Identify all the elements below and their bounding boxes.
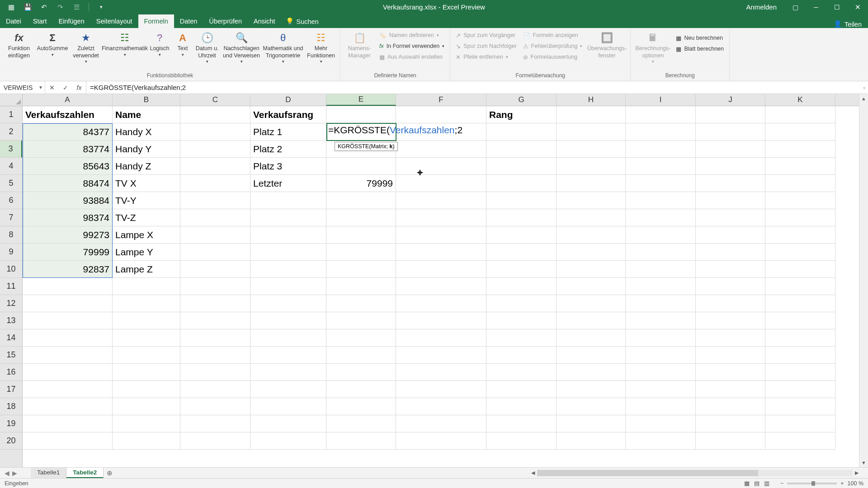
minimize-button[interactable]: ─ [806,0,826,14]
tab-seitenlayout[interactable]: Seitenlayout [90,14,138,28]
recent-functions-button[interactable]: ★ Zuletzt verwendet▾ [70,30,102,65]
cell-E19[interactable] [326,415,396,432]
cell-G6[interactable] [486,192,557,209]
tab-daten[interactable]: Daten [174,14,203,28]
cell-J19[interactable] [696,415,765,432]
cell-B13[interactable] [113,312,180,329]
lookup-button[interactable]: 🔍 Nachschlagen und Verweisen▾ [222,30,261,65]
tab-datei[interactable]: Datei [0,14,27,28]
cell-E17[interactable] [326,381,396,398]
cell-I8[interactable] [626,226,696,244]
cell-B18[interactable] [113,398,180,415]
cell-I3[interactable] [626,141,696,158]
signin-button[interactable]: Anmelden [738,3,785,11]
name-box-dropdown-icon[interactable]: ▼ [38,85,43,90]
cell-K1[interactable] [765,106,835,123]
row-header-17[interactable]: 17 [0,381,22,398]
tab-ansicht[interactable]: Ansicht [248,14,281,28]
col-header-E[interactable]: E [326,94,396,106]
cell-H16[interactable] [557,364,626,381]
cell-F4[interactable] [396,158,486,175]
tab-formeln[interactable]: Formeln [138,14,174,28]
expand-formula-bar-icon[interactable]: ⌄ [862,84,866,90]
cell-E9[interactable] [326,244,396,261]
cell-C10[interactable] [180,261,250,278]
cell-I6[interactable] [626,192,696,209]
cell-B14[interactable] [113,329,180,347]
cell-F16[interactable] [396,364,486,381]
calculate-sheet-button[interactable]: ▦Blatt berechnen [673,43,726,54]
text-button[interactable]: A Text▾ [173,30,193,57]
row-header-10[interactable]: 10 [0,261,22,278]
cell-G20[interactable] [486,432,557,450]
col-header-C[interactable]: C [180,94,250,106]
cell-K18[interactable] [765,398,835,415]
cell-A10[interactable]: 92837 [23,261,113,278]
row-header-3[interactable]: 3 [0,141,22,158]
cell-D16[interactable] [250,364,326,381]
cell-E6[interactable] [326,192,396,209]
cell-E5[interactable]: 79999 [326,175,396,192]
cell-G16[interactable] [486,364,557,381]
cell-G1[interactable]: Rang [486,106,557,123]
cell-A12[interactable] [23,295,113,312]
cell-D7[interactable] [250,209,326,226]
use-in-formula-button[interactable]: fxIn Formel verwenden▾ [377,41,447,52]
cell-K4[interactable] [765,158,835,175]
cell-D20[interactable] [250,432,326,450]
cell-D14[interactable] [250,329,326,347]
cell-K10[interactable] [765,261,835,278]
cell-B4[interactable]: Handy Z [113,158,180,175]
cell-H11[interactable] [557,278,626,295]
cell-A15[interactable] [23,347,113,364]
cell-E12[interactable] [326,295,396,312]
cell-B17[interactable] [113,381,180,398]
enter-formula-button[interactable]: ✓ [59,84,72,91]
cell-A2[interactable]: 84377 [23,123,113,141]
cell-B5[interactable]: TV X [113,175,180,192]
cell-J2[interactable] [696,123,765,141]
cell-G10[interactable] [486,261,557,278]
col-header-H[interactable]: H [557,94,626,106]
row-header-5[interactable]: 5 [0,175,22,192]
cell-A5[interactable]: 88474 [23,175,113,192]
cell-F6[interactable] [396,192,486,209]
cell-E4[interactable] [326,158,396,175]
qat-customize-icon[interactable]: ▾ [95,1,107,13]
cell-F10[interactable] [396,261,486,278]
cell-I7[interactable] [626,209,696,226]
cell-K6[interactable] [765,192,835,209]
cell-J5[interactable] [696,175,765,192]
row-header-7[interactable]: 7 [0,209,22,226]
cell-C19[interactable] [180,415,250,432]
col-header-I[interactable]: I [626,94,696,106]
sheet-nav-prev-icon[interactable]: ◀ [5,469,9,477]
cell-G7[interactable] [486,209,557,226]
touch-mode-icon[interactable]: ☰ [71,1,82,13]
cell-E7[interactable] [326,209,396,226]
cell-K2[interactable] [765,123,835,141]
maximize-button[interactable]: ☐ [826,0,847,14]
cell-K20[interactable] [765,432,835,450]
cell-H19[interactable] [557,415,626,432]
sheet-tab-tabelle2[interactable]: Tabelle2 [66,468,104,478]
cell-D1[interactable]: Verkaufsrang [250,106,326,123]
col-header-G[interactable]: G [486,94,557,106]
cell-K14[interactable] [765,329,835,347]
zoom-in-button[interactable]: + [840,480,844,487]
cell-K11[interactable] [765,278,835,295]
cell-F20[interactable] [396,432,486,450]
cell-B16[interactable] [113,364,180,381]
cell-K17[interactable] [765,381,835,398]
cell-G12[interactable] [486,295,557,312]
cell-D2[interactable]: Platz 1 [250,123,326,141]
cell-J14[interactable] [696,329,765,347]
cell-H10[interactable] [557,261,626,278]
cell-A6[interactable]: 93884 [23,192,113,209]
cell-C6[interactable] [180,192,250,209]
spreadsheet-grid[interactable]: ABCDEFGHIJK 1234567891011121314151617181… [0,94,868,467]
cell-G18[interactable] [486,398,557,415]
sheet-nav-next-icon[interactable]: ▶ [12,469,17,477]
cell-C13[interactable] [180,312,250,329]
cell-A16[interactable] [23,364,113,381]
